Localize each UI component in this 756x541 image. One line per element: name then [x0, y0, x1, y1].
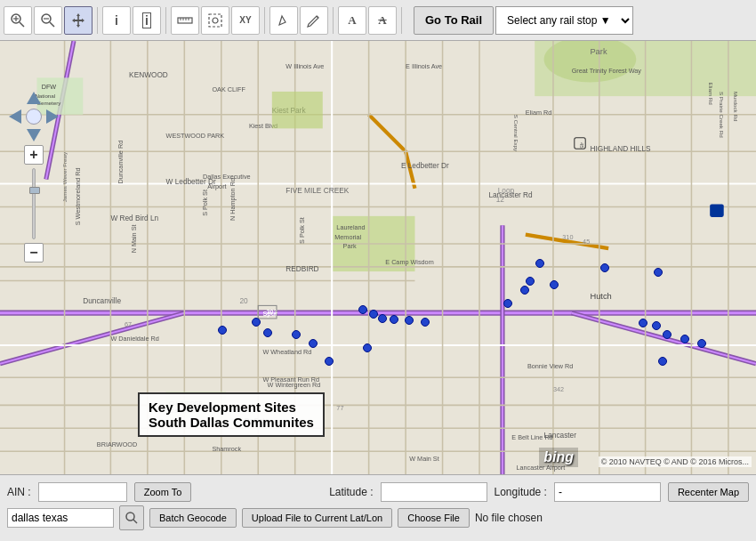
search-input[interactable] [7, 508, 114, 528]
svg-text:Eliam Rd: Eliam Rd [708, 83, 714, 106]
map-copyright: © 2010 NAVTEQ © AND © 2016 Micros... [599, 456, 752, 467]
draw-tool[interactable] [269, 6, 298, 35]
zoom-slider[interactable] [32, 168, 36, 239]
map-container[interactable]: DFW National Cemetery KENWOOD OAK CLIFF … [0, 41, 756, 474]
separator-3 [264, 7, 265, 34]
svg-point-130 [126, 513, 134, 521]
map-dot-8 [369, 310, 378, 319]
svg-line-131 [133, 520, 137, 523]
svg-text:S Westmoreland Rd: S Westmoreland Rd [74, 167, 82, 225]
bing-logo: bing [539, 448, 578, 467]
map-dot-13 [252, 318, 261, 327]
nav-left-button[interactable] [9, 109, 21, 124]
svg-text:S Polk St: S Polk St [201, 190, 209, 216]
info-tool-2[interactable]: i [133, 6, 161, 35]
svg-text:Spur: Spur [262, 310, 277, 318]
svg-text:342: 342 [553, 385, 564, 393]
select-tool[interactable] [201, 6, 229, 35]
svg-text:S Prairie Creek Rd: S Prairie Creek Rd [719, 92, 725, 138]
zoom-in-button[interactable]: + [24, 145, 44, 165]
map-dot-18 [363, 343, 372, 352]
latitude-input[interactable] [381, 482, 487, 502]
map-dot-3 [526, 277, 535, 286]
bottom-row-2: Batch Geocode Upload File to Current Lat… [7, 505, 749, 530]
svg-text:W Ledbetter Dr: W Ledbetter Dr [166, 177, 216, 186]
svg-rect-12 [209, 14, 221, 27]
info-tool-1[interactable]: i [102, 6, 131, 35]
nav-right-button[interactable] [46, 109, 59, 124]
svg-text:67: 67 [125, 320, 132, 328]
map-dot-20 [639, 319, 647, 327]
nav-up-button[interactable] [27, 92, 41, 104]
no-file-chosen-label: No file chosen [475, 512, 543, 524]
svg-line-5 [50, 22, 54, 27]
nav-rose [7, 90, 60, 143]
svg-text:Eliam Rd: Eliam Rd [526, 109, 551, 117]
measure-tool[interactable] [171, 6, 199, 35]
map-dot-21 [663, 330, 672, 339]
svg-rect-114 [272, 92, 323, 128]
map-dot-14 [218, 326, 227, 335]
zoom-out-tool[interactable] [34, 6, 62, 35]
svg-text:W Main St: W Main St [409, 455, 438, 463]
svg-text:E Camp Wisdom: E Camp Wisdom [385, 258, 433, 266]
label-tool-1[interactable]: A [338, 6, 366, 35]
separator-4 [333, 7, 334, 34]
ain-label: AIN : [7, 486, 31, 498]
map-dot-17 [309, 339, 318, 348]
search-button[interactable] [119, 505, 144, 530]
svg-text:Hutch: Hutch [590, 292, 611, 301]
svg-text:Memorial: Memorial [334, 233, 361, 241]
edit-tool[interactable] [300, 6, 328, 35]
zoom-to-button[interactable]: Zoom To [134, 482, 192, 502]
zoom-slider-thumb[interactable] [29, 187, 40, 194]
recenter-map-button[interactable]: Recenter Map [668, 482, 749, 502]
rail-stop-select[interactable]: Select any rail stop ▼ [495, 6, 633, 35]
map-dot-7 [358, 305, 367, 314]
zoom-out-button[interactable]: − [24, 243, 44, 262]
svg-text:N Hampton Rd: N Hampton Rd [229, 178, 237, 221]
longitude-input[interactable] [554, 482, 661, 502]
svg-text:E Belt Line Rd: E Belt Line Rd [511, 433, 552, 441]
label-tool-2[interactable]: A [368, 6, 397, 35]
upload-file-button[interactable]: Upload File to Current Lat/Lon [242, 508, 392, 528]
svg-point-13 [213, 18, 218, 23]
map-dot-24 [652, 321, 661, 330]
nav-center-button[interactable] [26, 109, 42, 125]
svg-text:BRIARWOOD: BRIARWOOD [97, 440, 137, 448]
pan-tool[interactable] [64, 6, 92, 35]
svg-text:W Danieldale Rd: W Danieldale Rd [110, 335, 158, 343]
svg-text:CLUB RIDGE: CLUB RIDGE [169, 400, 203, 406]
map-dot-4 [550, 280, 559, 289]
svg-text:W Wheatland Rd: W Wheatland Rd [262, 348, 311, 356]
svg-text:Duncanville: Duncanville [83, 296, 121, 305]
svg-line-1 [20, 22, 24, 27]
navigation-controls: + − [7, 90, 60, 262]
svg-text:James Wever Frewy: James Wever Frewy [61, 151, 68, 202]
batch-geocode-button[interactable]: Batch Geocode [149, 508, 237, 528]
go-to-rail-button[interactable]: Go To Rail [414, 6, 494, 35]
svg-text:Bonnie View Rd: Bonnie View Rd [527, 362, 573, 370]
map-dot-6 [503, 299, 512, 308]
svg-text:Murdock Rd: Murdock Rd [733, 92, 739, 122]
ain-input[interactable] [38, 482, 127, 502]
svg-text:KENWOOD: KENWOOD [129, 70, 168, 79]
svg-text:Park: Park [343, 242, 357, 250]
latitude-label: Latitude : [329, 486, 373, 498]
svg-text:77: 77 [336, 404, 343, 412]
svg-text:45: 45 [579, 142, 585, 149]
svg-text:E Illinois Ave: E Illinois Ave [406, 62, 442, 70]
svg-text:S Polk St: S Polk St [298, 217, 306, 244]
map-dot-11 [405, 316, 414, 325]
choose-file-button[interactable]: Choose File [398, 508, 470, 528]
svg-text:WESTWOOD PARK: WESTWOOD PARK [166, 132, 225, 140]
coord-tool[interactable]: XY [231, 6, 260, 35]
bottom-bar: AIN : Zoom To Latitude : Longitude : Rec… [0, 474, 756, 541]
zoom-box-tool[interactable] [4, 6, 32, 35]
svg-text:Duncanville Rd: Duncanville Rd [117, 141, 125, 184]
svg-text:ESTATES: ESTATES [171, 408, 195, 414]
svg-text:Park: Park [590, 47, 607, 56]
svg-line-14 [317, 16, 318, 18]
svg-text:310: 310 [562, 233, 573, 241]
nav-down-button[interactable] [27, 129, 41, 141]
